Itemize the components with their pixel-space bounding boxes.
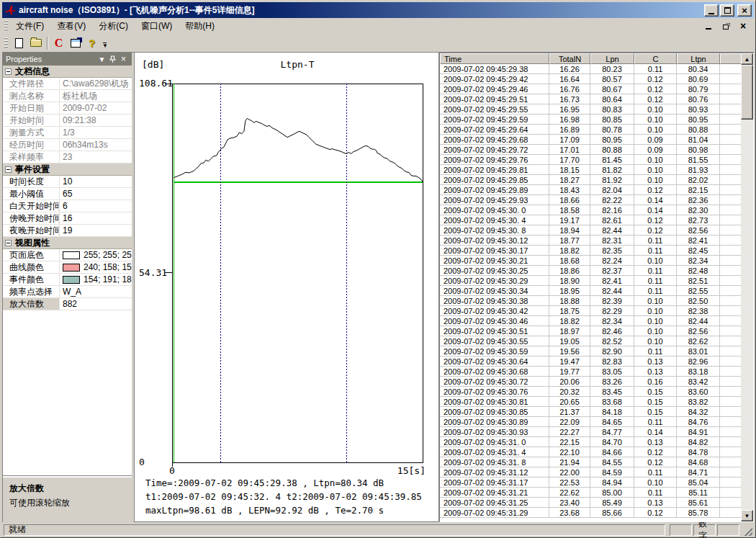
table-row[interactable]: 2009-07-02 09:45:31.2523.4085.490.1385.6…: [440, 498, 741, 508]
property-row[interactable]: 最小阈值65: [3, 188, 132, 200]
property-section-header[interactable]: 视图属性: [3, 237, 132, 249]
table-row[interactable]: 2009-07-02 09:45:31.1222.0084.590.1184.7…: [440, 467, 741, 478]
collapse-minus-icon[interactable]: [5, 240, 12, 246]
table-row[interactable]: 2009-07-02 09:45:31. 422.1084.660.1284.7…: [440, 447, 741, 457]
property-row[interactable]: 页面底色255; 255; 25: [3, 249, 132, 261]
table-row[interactable]: 2009-07-02 09:45:29.9318.6682.220.1482.3…: [440, 195, 741, 205]
column-header-c[interactable]: C: [634, 53, 677, 64]
help-button[interactable]: ?: [84, 35, 100, 51]
property-value[interactable]: 10: [60, 176, 132, 187]
color-swatch[interactable]: [63, 264, 80, 272]
scroll-up-button[interactable]: ▲: [741, 53, 753, 65]
table-row[interactable]: 2009-07-02 09:45:30.8120.6583.680.1583.8…: [440, 397, 741, 407]
property-row[interactable]: 傍晚开始时间16: [3, 212, 132, 225]
property-row[interactable]: 时间长度10: [3, 176, 132, 188]
mdi-minimize-button[interactable]: [703, 22, 714, 31]
table-row[interactable]: 2009-07-02 09:45:30.2118.6882.240.1082.3…: [440, 256, 741, 266]
mdi-close-button[interactable]: ×: [738, 22, 748, 31]
table-row[interactable]: 2009-07-02 09:45:31.1722.5384.940.1085.0…: [440, 478, 741, 488]
table-row[interactable]: 2009-07-02 09:45:29.8918.4382.040.1282.1…: [440, 185, 741, 195]
property-value[interactable]: C:\awa6298\机场: [60, 78, 132, 89]
column-header-time[interactable]: Time: [440, 53, 549, 64]
property-row[interactable]: 事件颜色154; 191; 18: [3, 274, 132, 286]
column-header-ltpn[interactable]: Ltpn: [677, 53, 720, 64]
menu-item-2[interactable]: 分析(C): [94, 19, 133, 34]
menu-grip[interactable]: [4, 20, 8, 32]
property-value[interactable]: W_A: [60, 286, 132, 297]
property-row[interactable]: 频率点选择W_A: [3, 286, 132, 298]
resize-grip[interactable]: [742, 526, 752, 536]
c-analysis-button[interactable]: C: [50, 35, 67, 51]
property-value[interactable]: 240; 158; 15: [60, 261, 132, 273]
table-row[interactable]: 2009-07-02 09:45:29.7617.7081.450.1081.5…: [440, 155, 741, 165]
table-row[interactable]: 2009-07-02 09:45:29.8518.2781.920.1082.0…: [440, 175, 741, 185]
property-value[interactable]: 09:21:38: [60, 115, 132, 126]
property-row[interactable]: 白天开始时间6: [3, 200, 132, 212]
table-row[interactable]: 2009-07-02 09:45:30.6819.7783.050.1383.1…: [440, 367, 741, 377]
table-row[interactable]: 2009-07-02 09:45:30.4218.7582.290.1082.3…: [440, 306, 741, 316]
scroll-down-button[interactable]: ▼: [741, 510, 753, 521]
collapse-minus-icon[interactable]: [5, 166, 12, 173]
table-row[interactable]: 2009-07-02 09:45:30.1218.7782.310.1182.4…: [440, 236, 741, 246]
column-header-lpn[interactable]: Lpn: [590, 53, 634, 64]
color-swatch[interactable]: [63, 276, 80, 284]
table-row[interactable]: 2009-07-02 09:45:30.5519.0582.520.1082.6…: [440, 336, 741, 346]
property-value[interactable]: 19: [60, 225, 132, 236]
table-row[interactable]: 2009-07-02 09:45:31.2122.6285.000.1185.1…: [440, 488, 741, 498]
vertical-scrollbar[interactable]: ▲ ▼: [741, 53, 753, 521]
table-row[interactable]: 2009-07-02 09:45:29.6416.8980.780.1080.8…: [440, 125, 741, 135]
property-row[interactable]: 采样频率23: [3, 151, 132, 163]
table-row[interactable]: 2009-07-02 09:45:30.3818.8882.390.1082.5…: [440, 296, 741, 306]
property-value[interactable]: 6: [60, 200, 132, 212]
table-row[interactable]: 2009-07-02 09:45:29.4616.7680.670.1280.7…: [440, 84, 741, 94]
table-row[interactable]: 2009-07-02 09:45:30.9322.2784.770.1484.9…: [440, 427, 741, 437]
table-row[interactable]: 2009-07-02 09:45:30.4618.8282.340.1082.4…: [440, 316, 741, 326]
menu-item-1[interactable]: 查看(V): [52, 19, 91, 34]
table-row[interactable]: 2009-07-02 09:45:29.6817.0980.950.0981.0…: [440, 135, 741, 145]
table-row[interactable]: 2009-07-02 09:45:30.2518.8682.370.1182.4…: [440, 266, 741, 276]
mdi-restore-button[interactable]: [721, 22, 731, 31]
table-row[interactable]: 2009-07-02 09:45:30. 419.1782.610.1282.7…: [440, 215, 741, 225]
table-row[interactable]: 2009-07-02 09:45:30.2918.9082.410.1182.5…: [440, 276, 741, 286]
property-value[interactable]: 23: [60, 151, 132, 163]
toolbar-grip[interactable]: [4, 37, 8, 49]
scrollbar-track[interactable]: [741, 120, 753, 510]
property-row[interactable]: 测点名称栎社机场: [3, 90, 132, 102]
collapse-minus-icon[interactable]: [5, 68, 12, 75]
table-row[interactable]: 2009-07-02 09:45:30.5919.5682.900.1183.0…: [440, 346, 741, 357]
table-row[interactable]: 2009-07-02 09:45:30.8521.3784.180.1584.3…: [440, 407, 741, 417]
property-value[interactable]: 栎社机场: [60, 90, 132, 102]
toolbar-overflow-button[interactable]: ▼: [102, 38, 108, 48]
panel-pin-button[interactable]: [107, 54, 118, 64]
color-swatch[interactable]: [63, 251, 80, 259]
table-row[interactable]: 2009-07-02 09:45:29.5516.9580.830.1080.9…: [440, 104, 741, 115]
scrollbar-thumb[interactable]: [741, 65, 753, 120]
close-button[interactable]: ×: [737, 4, 752, 17]
open-file-button[interactable]: [27, 35, 44, 51]
property-row[interactable]: 开始日期2009-07-02: [3, 102, 132, 115]
table-row[interactable]: 2009-07-02 09:45:29.7217.0180.880.0980.9…: [440, 145, 741, 155]
maximize-button[interactable]: [720, 4, 734, 17]
table-row[interactable]: 2009-07-02 09:45:30.7220.0683.260.1683.4…: [440, 377, 741, 387]
table-row[interactable]: 2009-07-02 09:45:30. 018.5882.160.1482.3…: [440, 205, 741, 215]
new-document-button[interactable]: [11, 35, 27, 51]
table-row[interactable]: 2009-07-02 09:45:29.4216.6480.570.1280.6…: [440, 74, 741, 84]
table-row[interactable]: 2009-07-02 09:45:31. 821.9484.550.1284.6…: [440, 457, 741, 467]
menu-item-0[interactable]: 文件(F): [11, 19, 49, 34]
table-row[interactable]: 2009-07-02 09:45:29.5116.7380.640.1280.7…: [440, 94, 741, 104]
table-row[interactable]: 2009-07-02 09:45:29.5916.9880.850.1080.9…: [440, 115, 741, 125]
table-row[interactable]: 2009-07-02 09:45:31. 022.1584.700.1384.8…: [440, 437, 741, 447]
table-row[interactable]: 2009-07-02 09:45:30.5118.9782.460.1082.5…: [440, 326, 741, 336]
property-row[interactable]: 曲线颜色240; 158; 15: [3, 261, 132, 274]
panel-menu-button[interactable]: ▼: [96, 54, 107, 64]
property-section-header[interactable]: 事件设置: [3, 163, 132, 176]
property-row[interactable]: 开始时间09:21:38: [3, 115, 132, 127]
table-row[interactable]: 2009-07-02 09:45:30.3418.9582.440.1182.5…: [440, 286, 741, 296]
menu-item-3[interactable]: 窗口(W): [136, 19, 177, 34]
panel-close-button[interactable]: ×: [118, 54, 129, 64]
properties-button[interactable]: [67, 35, 84, 51]
property-value[interactable]: 2009-07-02: [60, 102, 132, 114]
table-row[interactable]: 2009-07-02 09:45:30.8922.0984.650.1184.7…: [440, 417, 741, 427]
minimize-button[interactable]: [704, 4, 719, 17]
property-value[interactable]: 06h34m13s: [60, 139, 132, 151]
